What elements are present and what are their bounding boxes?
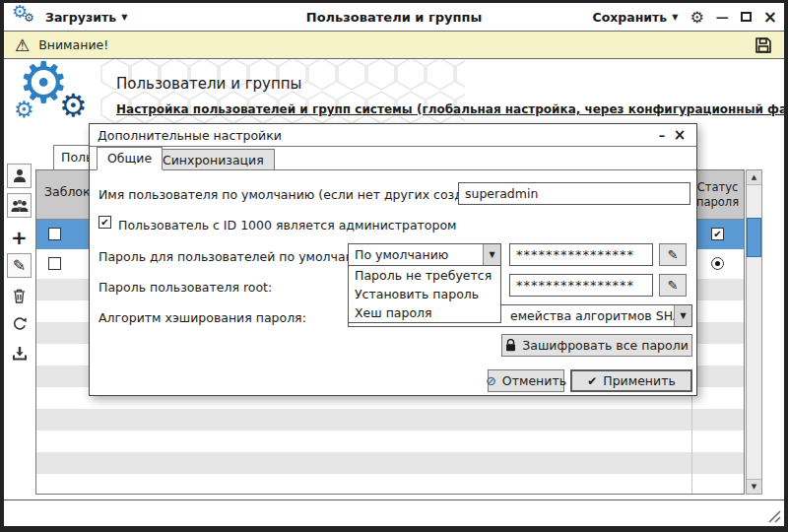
admin-checkbox[interactable]: ✔ [98, 216, 111, 229]
selected-option: По умолчанию [355, 244, 448, 265]
table-empty-row [36, 431, 744, 452]
dialog-minimize-button[interactable]: – [653, 128, 671, 143]
default-password-input[interactable]: **************** [509, 243, 653, 266]
chevron-down-icon: ▼ [121, 13, 127, 22]
user-icon [13, 168, 27, 183]
warning-bar: ⚠ Внимание! [4, 31, 784, 59]
groups-button[interactable] [7, 193, 32, 218]
gear-icon: ⚙ [14, 97, 34, 122]
titlebar: ⚙ ⚙ Загрузить ▼ Пользователи и группы Со… [4, 3, 784, 31]
dropdown-option[interactable]: Хеш пароля [349, 303, 500, 322]
minimize-button[interactable]: — [716, 11, 729, 24]
page-subtitle-link[interactable]: Настройка пользователей и групп системы … [116, 102, 788, 116]
import-button[interactable] [7, 341, 32, 366]
page-title: Пользователи и группы [116, 75, 301, 93]
table-empty-row [36, 452, 744, 474]
refresh-button[interactable] [7, 311, 32, 336]
check-icon: ✔ [587, 375, 597, 387]
dropdown-option[interactable]: Пароль не требуется [349, 266, 500, 285]
scroll-down-button[interactable]: ▼ [747, 479, 761, 494]
tab-general[interactable]: Общие [97, 147, 163, 170]
scroll-up-button[interactable]: ▲ [747, 170, 761, 185]
chevron-down-icon: ▼ [672, 13, 678, 22]
check-icon: ✔ [100, 218, 108, 228]
warning-icon: ⚠ [15, 35, 30, 55]
statusbar-divider [4, 499, 784, 500]
column-header-password-status: Статус пароля [690, 170, 744, 219]
tab-users[interactable]: Поль [53, 145, 93, 169]
apply-button[interactable]: ✔ Применить [570, 369, 692, 392]
dropdown-arrow-icon[interactable]: ▼ [483, 244, 500, 265]
app-logo-gears-icon: ⚙ ⚙ [12, 5, 37, 29]
column-header-blocked: Заблок [44, 184, 91, 199]
root-password-input[interactable]: **************** [509, 274, 653, 297]
password-status-radio[interactable] [711, 257, 724, 270]
admin-checkbox-label: Пользователь с ID 1000 является админист… [118, 218, 457, 233]
default-user-label: Имя пользователя по умолчанию (если нет … [98, 187, 512, 202]
dialog-title: Дополнительные настройки [98, 128, 282, 143]
warning-text: Внимание! [38, 37, 108, 52]
row-checkbox[interactable] [48, 257, 61, 270]
edit-button[interactable]: ✎ [7, 253, 32, 278]
encrypt-all-button[interactable]: Зашифровать все пароли [501, 334, 692, 357]
default-user-input[interactable]: superadmin [458, 182, 690, 205]
delete-button[interactable] [7, 283, 32, 307]
password-mode-dropdown: Пароль не требуется Установить пароль Хе… [348, 265, 501, 323]
save-menu-button[interactable]: Сохранить ▼ [592, 10, 678, 25]
dropdown-arrow-icon[interactable]: ▼ [674, 305, 691, 326]
vertical-scrollbar[interactable]: ▲ ▼ [746, 169, 762, 495]
close-button[interactable]: × [763, 9, 777, 26]
scrollbar-thumb[interactable] [747, 218, 761, 257]
default-password-label: Пароль для пользователей по умолчанию: [98, 249, 376, 264]
pencil-icon: ✎ [668, 278, 679, 293]
resize-grip[interactable] [765, 507, 783, 525]
pencil-icon: ✎ [668, 247, 679, 262]
save-file-icon[interactable] [754, 35, 773, 55]
scroll-down-icon: ▼ [752, 483, 756, 491]
password-status-checkbox[interactable]: ✔ [711, 228, 724, 240]
scroll-up-icon: ▲ [752, 173, 756, 181]
dialog-titlebar: Дополнительные настройки – × [90, 124, 696, 147]
gear-icon: ⚙ [59, 87, 88, 124]
chevron-down-icon: ▼ [489, 250, 494, 259]
cancel-label: Отменить [502, 373, 566, 388]
edit-password-button[interactable]: ✎ [659, 243, 687, 266]
row-checkbox[interactable] [48, 228, 61, 240]
user-button[interactable] [7, 164, 32, 188]
chevron-down-icon: ▼ [680, 311, 686, 320]
hex-pattern-decoration [100, 57, 465, 130]
import-icon [12, 346, 28, 362]
save-menu-label: Сохранить [592, 10, 667, 25]
selected-option: емейства алгоритмов SHA- [510, 305, 686, 326]
refresh-icon [12, 316, 28, 332]
apply-label: Применить [603, 373, 676, 388]
table-empty-row [36, 409, 744, 431]
hash-algorithm-label: Алгоритм хэширования пароля: [98, 310, 306, 325]
table-empty-row [36, 474, 744, 494]
tab-synchronization[interactable]: Синхронизация [152, 149, 275, 170]
load-menu-label: Загрузить [45, 10, 116, 25]
cancel-button[interactable]: ⊘ Отменить [488, 369, 564, 392]
encrypt-all-label: Зашифровать все пароли [522, 338, 689, 353]
dropdown-option[interactable]: Установить пароль [349, 285, 500, 303]
settings-gear-icon[interactable]: ⚙ [690, 8, 703, 27]
window-title: Пользователи и группы [201, 10, 587, 25]
lock-icon [505, 339, 516, 352]
users-group-icon [11, 199, 29, 213]
plus-icon: + [11, 228, 28, 247]
default-password-select[interactable]: По умолчанию ▼ [348, 243, 501, 266]
pencil-icon: ✎ [13, 256, 26, 275]
load-menu-button[interactable]: Загрузить ▼ [45, 10, 127, 25]
check-icon: ✔ [713, 230, 721, 239]
cancel-icon: ⊘ [486, 374, 496, 387]
additional-settings-dialog: Дополнительные настройки – × Общие Синхр… [89, 123, 697, 396]
gear-icon: ⚙ [24, 11, 34, 25]
trash-icon [12, 288, 27, 303]
maximize-button[interactable] [741, 12, 752, 22]
users-groups-logo-icon: ⚙ ⚙ ⚙ [16, 61, 110, 130]
dialog-tabs: Общие Синхронизация [90, 147, 696, 170]
app-window: ⚙ ⚙ Загрузить ▼ Пользователи и группы Со… [0, 0, 788, 532]
dialog-close-button[interactable]: × [671, 126, 689, 144]
edit-root-password-button[interactable]: ✎ [659, 274, 687, 297]
add-button[interactable]: + [7, 225, 32, 249]
